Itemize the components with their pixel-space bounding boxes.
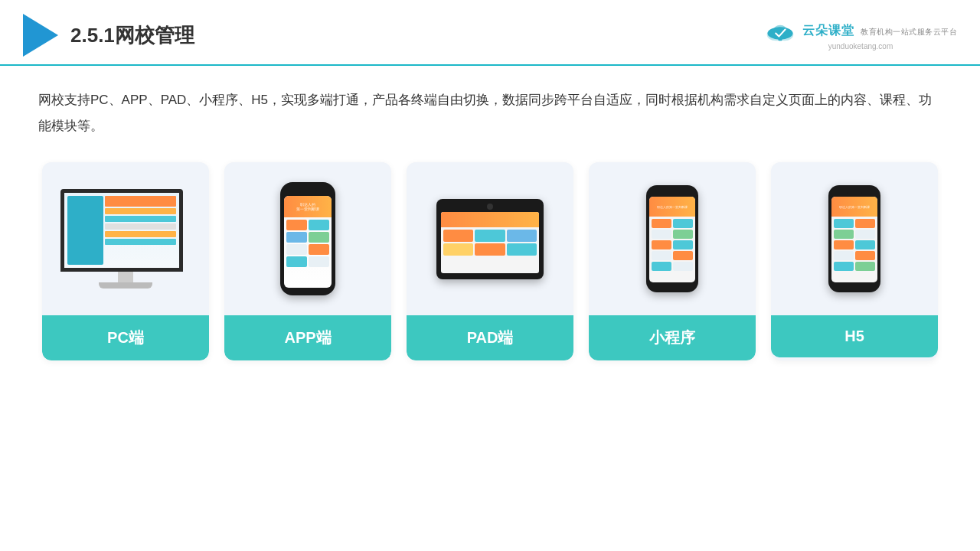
pc-monitor — [60, 189, 191, 289]
pad-image-area — [407, 162, 573, 315]
miniprogram-phone: 职达人的第一堂判断课 — [646, 185, 698, 292]
pad-tablet — [436, 199, 544, 279]
card-miniprogram: 职达人的第一堂判断课 — [589, 162, 756, 360]
card-pc: PC端 — [42, 162, 209, 360]
miniprogram-image-area: 职达人的第一堂判断课 — [589, 162, 756, 315]
pc-image-area — [42, 162, 209, 315]
h5-phone: 职达人的第一堂判断课 — [828, 185, 880, 292]
h5-label: H5 — [771, 315, 938, 357]
card-app: 职达人的第一堂判断课 — [224, 162, 391, 360]
brand-name: 云朵课堂 — [802, 23, 854, 39]
main-content: 网校支持PC、APP、PAD、小程序、H5，实现多端打通，产品各终端自由切换，数… — [0, 66, 980, 376]
brand-logo: 云朵课堂 教育机构一站式服务云平台 — [764, 21, 957, 42]
card-h5: 职达人的第一堂判断课 — [771, 162, 938, 360]
brand-url: yunduoketang.com — [828, 42, 893, 51]
h5-image-area: 职达人的第一堂判断课 — [771, 162, 938, 315]
brand-area: 云朵课堂 教育机构一站式服务云平台 yunduoketang.com — [764, 21, 957, 51]
card-pad: PAD端 — [407, 162, 573, 360]
logo-triangle — [23, 14, 58, 57]
description-text: 网校支持PC、APP、PAD、小程序、H5，实现多端打通，产品各终端自由切换，数… — [38, 87, 942, 139]
page-title: 2.5.1网校管理 — [70, 22, 194, 49]
header-left: 2.5.1网校管理 — [23, 14, 194, 57]
app-label: APP端 — [224, 315, 391, 360]
page-header: 2.5.1网校管理 云朵课堂 教育机构一站式服务云平台 yunduoketang… — [0, 0, 980, 66]
brand-subtitle: 教育机构一站式服务云平台 — [861, 27, 957, 37]
pad-label: PAD端 — [407, 315, 573, 360]
app-phone: 职达人的第一堂判断课 — [280, 182, 335, 295]
cards-container: PC端 职达人的第一堂判断课 — [38, 162, 942, 360]
app-image-area: 职达人的第一堂判断课 — [224, 162, 391, 315]
pc-label: PC端 — [42, 315, 209, 360]
monitor-screen — [60, 189, 183, 272]
miniprogram-label: 小程序 — [589, 315, 756, 360]
cloud-icon — [764, 21, 796, 42]
